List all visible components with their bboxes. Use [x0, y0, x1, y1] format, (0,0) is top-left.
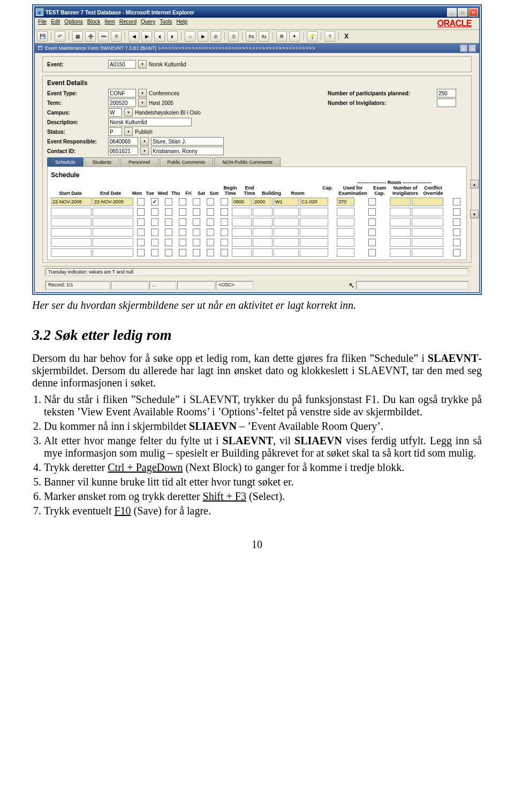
day-checkbox[interactable] [179, 229, 186, 236]
form-close-button[interactable]: × [468, 44, 476, 52]
day-checkbox[interactable] [193, 229, 200, 236]
cell[interactable] [337, 218, 354, 226]
cell[interactable] [51, 238, 92, 247]
day-checkbox[interactable] [151, 218, 158, 226]
minimize-button[interactable]: _ [447, 8, 457, 17]
day-checkbox[interactable] [207, 208, 214, 216]
term-input[interactable]: 200520 [108, 98, 136, 107]
cell[interactable] [232, 238, 252, 247]
tb-lamp-icon[interactable]: 💡 [307, 31, 318, 42]
day-checkbox[interactable] [179, 249, 186, 256]
desc-input[interactable]: Norsk Kulturråd [108, 118, 192, 126]
menu-query[interactable]: Query [141, 19, 155, 28]
cell[interactable] [253, 248, 273, 257]
cell[interactable] [337, 208, 354, 216]
type-input[interactable]: CONF [108, 89, 136, 97]
invigilators-input[interactable] [437, 98, 456, 107]
tb-rollback-icon[interactable]: ↶ [55, 31, 65, 42]
tab-public-comments[interactable]: Public Comments [160, 157, 214, 166]
day-checkbox[interactable] [179, 208, 186, 216]
exam-checkbox[interactable] [368, 208, 376, 216]
day-checkbox[interactable] [165, 208, 172, 216]
day-checkbox[interactable] [165, 249, 172, 256]
cell[interactable] [412, 248, 443, 257]
cell[interactable] [390, 248, 411, 257]
tab-personnel[interactable]: Personnel [120, 157, 158, 166]
day-checkbox[interactable] [165, 229, 172, 236]
conflict-checkbox[interactable] [453, 249, 460, 256]
participants-input[interactable]: 250 [437, 89, 456, 97]
cell[interactable] [93, 248, 133, 257]
cell[interactable] [93, 228, 133, 237]
cell[interactable] [232, 248, 252, 257]
day-checkbox[interactable] [165, 239, 172, 246]
day-checkbox[interactable] [193, 208, 200, 216]
cell[interactable] [274, 228, 299, 237]
cell[interactable] [412, 218, 443, 226]
cell[interactable] [253, 208, 273, 216]
cell[interactable] [274, 218, 299, 226]
event-code-input[interactable]: A0150 [108, 60, 136, 69]
cell[interactable]: W1 [274, 198, 299, 206]
day-checkbox[interactable] [221, 249, 228, 256]
tab-schedule[interactable]: Schedule [47, 157, 84, 166]
cell[interactable] [232, 228, 252, 237]
cell[interactable] [412, 238, 443, 247]
cell[interactable] [412, 208, 443, 216]
campus-dropdown[interactable]: ▼ [124, 108, 133, 117]
day-checkbox[interactable] [207, 239, 214, 246]
cell[interactable] [337, 238, 354, 247]
day-checkbox[interactable] [193, 249, 200, 256]
day-checkbox[interactable]: ✔ [151, 198, 158, 206]
day-checkbox[interactable] [221, 198, 228, 206]
tab-students[interactable]: Students [85, 157, 120, 166]
day-checkbox[interactable] [151, 229, 158, 236]
day-checkbox[interactable] [151, 239, 158, 246]
form-min-button[interactable]: ≤ [460, 44, 467, 52]
campus-input[interactable]: W [108, 108, 122, 117]
tb-select-icon[interactable]: ▦ [72, 31, 83, 42]
conflict-checkbox[interactable] [453, 229, 460, 236]
conflict-checkbox[interactable] [453, 198, 460, 206]
cell[interactable]: 370 [337, 198, 354, 206]
day-checkbox[interactable] [207, 249, 214, 256]
cell[interactable]: 2000 [253, 198, 273, 206]
day-checkbox[interactable] [221, 208, 228, 216]
cell[interactable] [51, 218, 92, 226]
cell[interactable] [93, 208, 133, 216]
resp-name[interactable]: Sture, Stian J. [151, 137, 224, 146]
cell[interactable] [337, 228, 354, 237]
day-checkbox[interactable] [221, 239, 228, 246]
cell[interactable] [412, 198, 443, 206]
cell[interactable] [274, 248, 299, 257]
day-checkbox[interactable] [207, 229, 214, 236]
exam-checkbox[interactable] [368, 218, 376, 226]
tb-help-icon[interactable]: ? [324, 31, 335, 42]
day-checkbox[interactable] [137, 249, 145, 256]
cell[interactable] [93, 218, 133, 226]
exam-checkbox[interactable] [368, 239, 376, 246]
cell[interactable] [51, 228, 92, 237]
exam-checkbox[interactable] [368, 229, 376, 236]
cell[interactable] [390, 238, 411, 247]
tb-nextblk-icon[interactable]: ⏵ [167, 31, 178, 42]
scroll-up[interactable]: ▲ [470, 180, 479, 188]
cell[interactable] [300, 238, 328, 247]
cell[interactable] [390, 218, 411, 226]
cell[interactable] [337, 248, 354, 257]
menu-record[interactable]: Record [119, 19, 137, 28]
event-dropdown[interactable]: ▼ [138, 60, 147, 69]
day-checkbox[interactable] [137, 229, 145, 236]
day-checkbox[interactable] [193, 198, 200, 206]
tb-insert-icon[interactable]: ➕ [85, 31, 96, 42]
tb-nav-icon[interactable]: ✦ [289, 31, 300, 42]
type-dropdown[interactable]: ▼ [138, 89, 147, 97]
tb-tools-icon[interactable]: ⚙ [276, 31, 287, 42]
cell[interactable] [51, 248, 92, 257]
exam-checkbox[interactable] [368, 198, 376, 206]
tb-print-icon[interactable]: ⎙ [228, 31, 239, 42]
menu-item[interactable]: Item [104, 19, 115, 28]
cell[interactable] [232, 208, 252, 216]
cell[interactable]: 22-NOV-2005 [51, 198, 92, 206]
cell[interactable] [412, 228, 443, 237]
